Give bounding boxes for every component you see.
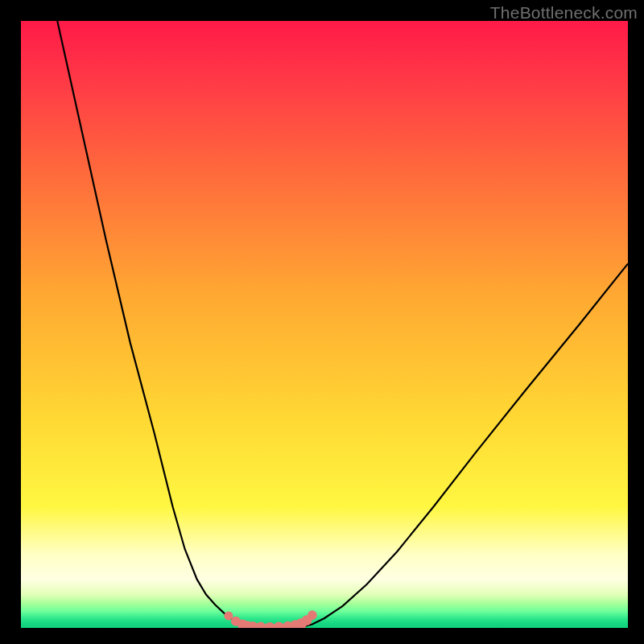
watermark-text: TheBottleneck.com [490, 3, 638, 23]
bottom-markers [224, 610, 316, 628]
curve-left [57, 21, 251, 627]
marker-dot [308, 610, 317, 620]
plot-area [21, 21, 628, 628]
curve-layer [21, 21, 628, 628]
outer-frame: TheBottleneck.com [0, 0, 644, 644]
curve-right [300, 264, 628, 628]
